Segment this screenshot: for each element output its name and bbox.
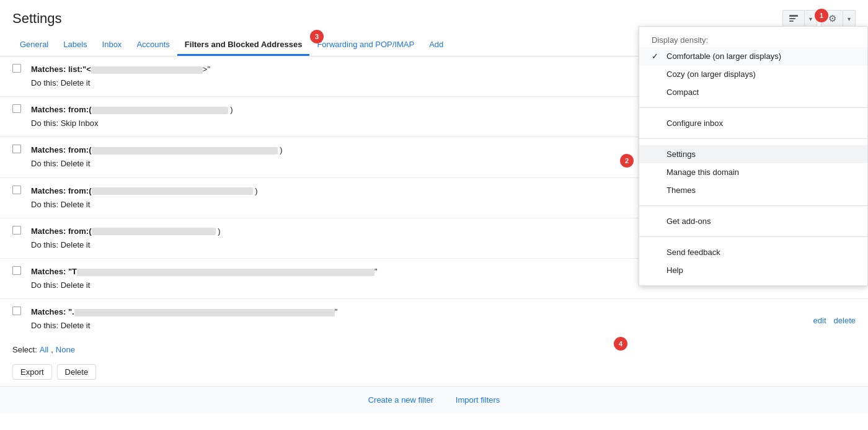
filter-redacted [77, 269, 374, 276]
delete-button[interactable]: Delete [57, 364, 97, 380]
filter-matches-label: Matches: from:( [31, 186, 92, 195]
density-comfortable[interactable]: ✓ Comfortable (on larger displays) [639, 47, 867, 65]
filter-checkbox[interactable] [12, 266, 21, 275]
delete-filter-link[interactable]: delete [834, 316, 856, 325]
help-item[interactable]: Help [639, 261, 867, 279]
footer-select: Select: All, None [0, 339, 868, 361]
filter-redacted [92, 187, 253, 195]
tab-general[interactable]: General [12, 35, 56, 56]
filter-checkbox[interactable] [12, 226, 21, 235]
annotation-badge-2: 2 [620, 154, 634, 168]
select-label: Select: [12, 345, 37, 354]
select-none-link[interactable]: None [56, 345, 75, 354]
filter-checkbox[interactable] [12, 64, 21, 73]
create-filter-link[interactable]: Create a new filter [368, 395, 434, 405]
export-button[interactable]: Export [12, 364, 52, 380]
density-cozy[interactable]: Cozy (on larger displays) [639, 65, 867, 83]
header-top: Settings ▾ ⚙ ▾ [12, 10, 856, 27]
filter-redacted [91, 66, 203, 74]
filter-redacted [74, 309, 335, 316]
annotation-badge-3: 3 [310, 30, 324, 43]
tab-accounts[interactable]: Accounts [129, 35, 177, 56]
checkbox-cell [12, 143, 31, 153]
tab-inbox[interactable]: Inbox [95, 35, 130, 56]
settings-section: Settings Manage this domain Themes [639, 139, 867, 206]
filter-matches-suffix: ) [228, 105, 233, 114]
filter-matches-label: Matches: ". [31, 307, 74, 316]
themes-label: Themes [666, 186, 696, 195]
settings-item[interactable]: Settings [639, 145, 867, 163]
table-row: Matches: "." Do this: Delete it edit del… [0, 299, 868, 339]
filter-row-actions: edit delete [813, 313, 856, 325]
footer-links: Create a new filter Import filters [0, 386, 868, 413]
checkmark-icon: ✓ [652, 52, 662, 61]
filter-matches-label: Matches: "T [31, 267, 77, 276]
svg-rect-0 [789, 15, 798, 17]
annotation-badge-1: 1 [815, 9, 828, 22]
filter-redacted [92, 228, 216, 235]
addons-section: Get add-ons [639, 206, 867, 237]
checkbox-cell [12, 305, 31, 315]
filter-content: Matches: "." Do this: Delete it [31, 305, 856, 333]
filter-matches-suffix: " [335, 307, 338, 316]
density-comfortable-label: Comfortable (on larger displays) [666, 52, 781, 61]
checkbox-cell [12, 63, 31, 73]
input-icon-group: ▾ [782, 10, 817, 27]
input-icon-btn[interactable] [782, 10, 805, 27]
filter-matches-label: Matches: from:( [31, 145, 92, 155]
checkbox-cell [12, 184, 31, 194]
manage-domain-label: Manage this domain [666, 168, 739, 177]
filter-checkbox[interactable] [12, 186, 21, 194]
tab-add[interactable]: Add [422, 35, 451, 56]
filter-matches-label: Matches: from:( [31, 105, 92, 114]
checkbox-cell [12, 225, 31, 235]
filter-matches-suffix: ) [278, 145, 283, 155]
tab-forwarding[interactable]: Forwarding and POP/IMAP [309, 35, 422, 56]
filter-matches-suffix: " [374, 267, 378, 276]
filter-checkbox[interactable] [12, 307, 21, 315]
select-all-link[interactable]: All [40, 345, 48, 354]
filter-matches-suffix: ) [253, 186, 258, 195]
checkbox-cell [12, 103, 31, 113]
filter-matches-suffix: ) [216, 226, 221, 236]
help-label: Help [666, 266, 683, 275]
filter-redacted [92, 107, 228, 114]
density-compact[interactable]: Compact [639, 83, 867, 101]
feedback-section: Send feedback Help [639, 237, 867, 285]
manage-domain-item[interactable]: Manage this domain [639, 163, 867, 181]
tab-filters[interactable]: Filters and Blocked Addresses [177, 35, 310, 56]
comma: , [51, 345, 53, 354]
filter-matches-label: Matches: list:"< [31, 65, 91, 74]
import-filters-link[interactable]: Import filters [456, 395, 500, 405]
filter-matches-line: Matches: "." [31, 305, 856, 319]
density-label: Display density: [639, 33, 867, 47]
filter-checkbox[interactable] [12, 145, 21, 153]
filter-matches-suffix: >" [203, 65, 210, 74]
configure-section: Configure inbox [639, 108, 867, 139]
settings-label: Settings [666, 150, 696, 159]
filter-checkbox[interactable] [12, 104, 21, 113]
settings-dropdown: Display density: ✓ Comfortable (on large… [639, 26, 868, 286]
input-icon [789, 14, 799, 23]
tab-labels[interactable]: Labels [56, 35, 94, 56]
filter-matches-label: Matches: from:( [31, 226, 92, 236]
filter-redacted [92, 147, 278, 155]
density-cozy-label: Cozy (on larger displays) [666, 69, 756, 79]
configure-inbox-item[interactable]: Configure inbox [639, 114, 867, 132]
gear-dropdown-arrow[interactable]: ▾ [843, 10, 856, 27]
svg-rect-1 [789, 18, 795, 19]
get-addons-item[interactable]: Get add-ons [639, 212, 867, 230]
footer-buttons: Export Delete [0, 361, 868, 386]
send-feedback-item[interactable]: Send feedback [639, 243, 867, 261]
density-section: Display density: ✓ Comfortable (on large… [639, 27, 867, 108]
edit-filter-link[interactable]: edit [813, 316, 826, 325]
density-compact-label: Compact [666, 87, 699, 97]
filter-action-line: Do this: Delete it [31, 319, 856, 333]
svg-rect-2 [789, 20, 794, 22]
checkbox-cell [12, 265, 31, 275]
configure-inbox-label: Configure inbox [666, 119, 723, 128]
themes-item[interactable]: Themes [639, 181, 867, 199]
get-addons-label: Get add-ons [666, 217, 711, 226]
annotation-badge-4: 4 [614, 337, 627, 351]
send-feedback-label: Send feedback [666, 248, 720, 257]
